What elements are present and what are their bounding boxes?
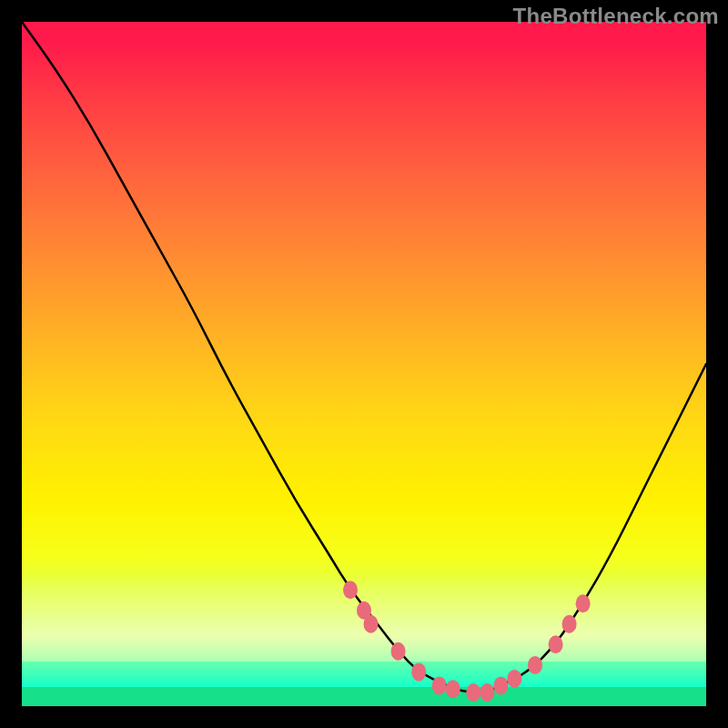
marker-point (549, 635, 563, 653)
watermark-text: TheBottleneck.com (513, 4, 719, 29)
marker-point (493, 676, 508, 694)
marker-point (343, 581, 358, 599)
marker-point (411, 662, 426, 681)
chart-frame: TheBottleneck.com (0, 0, 728, 728)
marker-point (446, 680, 460, 698)
bottleneck-curve (22, 22, 706, 693)
marker-point (391, 642, 406, 661)
marker-point (576, 594, 591, 612)
marker-point (432, 676, 447, 694)
marker-point (562, 615, 577, 633)
marker-point (364, 615, 379, 633)
marker-point (466, 683, 480, 702)
marker-point (507, 670, 521, 688)
plot-area (22, 22, 706, 706)
curve-layer (22, 22, 706, 706)
curve-markers (343, 581, 591, 702)
marker-point (528, 656, 542, 674)
marker-point (480, 683, 494, 702)
